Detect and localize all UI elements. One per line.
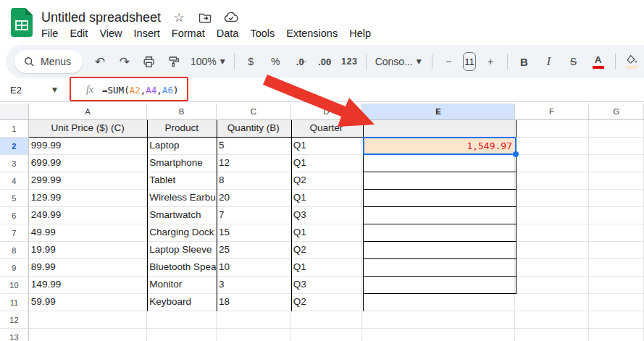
fill-handle[interactable]: [513, 151, 519, 157]
name-box[interactable]: E2: [0, 85, 52, 96]
cell-D10[interactable]: Q3: [291, 277, 363, 294]
cell-C9[interactable]: 10: [217, 259, 291, 277]
cell-B7[interactable]: Charging Dock: [147, 224, 217, 242]
text-color-button[interactable]: A: [587, 51, 609, 72]
column-header-G[interactable]: G: [589, 104, 644, 119]
row-header-6[interactable]: 6: [0, 207, 29, 224]
cell-C3[interactable]: 12: [217, 155, 291, 172]
cell-E6[interactable]: [362, 207, 514, 224]
zoom-selector[interactable]: 100% ▼: [186, 56, 230, 67]
cell-C5[interactable]: 20: [217, 190, 291, 207]
cell-B8[interactable]: Laptop Sleeve: [147, 242, 217, 259]
print-button[interactable]: [138, 51, 160, 72]
cell-D2[interactable]: Q1: [291, 138, 363, 155]
cell-F10[interactable]: [515, 277, 590, 294]
cell-E12[interactable]: [362, 311, 514, 329]
cell-B11[interactable]: Keyboard: [147, 294, 217, 311]
decrease-decimal-button[interactable]: .0←: [289, 51, 311, 72]
column-header-C[interactable]: C: [217, 104, 291, 119]
cell-B1[interactable]: Product: [147, 120, 217, 138]
cell-A1[interactable]: Unit Price ($) (C): [29, 120, 147, 138]
cell-E8[interactable]: [362, 242, 514, 259]
column-header-B[interactable]: B: [147, 104, 217, 119]
cell-C2[interactable]: 5: [217, 138, 291, 155]
cell-G8[interactable]: [589, 242, 644, 259]
row-header-12[interactable]: 12: [0, 311, 29, 329]
decrease-font-size-button[interactable]: −: [438, 51, 459, 72]
cell-D3[interactable]: Q1: [291, 155, 363, 172]
row-header-13[interactable]: 13: [0, 329, 29, 341]
column-header-A[interactable]: A: [29, 104, 147, 119]
redo-button[interactable]: ↷: [114, 51, 135, 72]
cell-F12[interactable]: [515, 311, 590, 329]
increase-font-size-button[interactable]: +: [480, 51, 501, 72]
cell-F8[interactable]: [515, 242, 590, 259]
menu-edit[interactable]: Edit: [64, 25, 93, 41]
cell-B2[interactable]: Laptop: [147, 138, 217, 155]
menu-insert[interactable]: Insert: [128, 25, 166, 41]
cell-D6[interactable]: Q3: [291, 207, 363, 224]
strikethrough-button[interactable]: S: [563, 51, 585, 72]
cell-G12[interactable]: [589, 311, 644, 329]
cell-D4[interactable]: Q2: [291, 172, 363, 190]
cell-A2[interactable]: 999.99: [29, 138, 147, 155]
increase-decimal-button[interactable]: .00→: [314, 51, 335, 72]
row-header-10[interactable]: 10: [0, 277, 29, 294]
row-header-8[interactable]: 8: [0, 242, 29, 259]
cell-E1[interactable]: [362, 120, 514, 138]
menu-format[interactable]: Format: [166, 25, 211, 41]
cell-F6[interactable]: [515, 207, 590, 224]
name-box-chevron-icon[interactable]: ▼: [52, 86, 57, 93]
cell-F5[interactable]: [515, 190, 590, 207]
cell-A8[interactable]: 19.99: [29, 242, 147, 259]
select-all-corner[interactable]: [0, 104, 29, 119]
cell-G9[interactable]: [589, 259, 644, 277]
cell-A5[interactable]: 129.99: [29, 190, 147, 207]
cell-A4[interactable]: 299.99: [29, 172, 147, 190]
menu-file[interactable]: File: [35, 25, 64, 41]
cell-D11[interactable]: Q2: [291, 294, 363, 311]
row-header-3[interactable]: 3: [0, 155, 29, 172]
row-header-2[interactable]: 2: [0, 138, 29, 155]
star-icon[interactable]: ☆: [171, 9, 187, 25]
cell-D12[interactable]: [291, 311, 363, 329]
fill-color-button[interactable]: [621, 51, 643, 72]
cell-D1[interactable]: Quarter: [291, 120, 363, 138]
cell-C11[interactable]: 18: [217, 294, 291, 311]
cell-A9[interactable]: 89.99: [29, 259, 147, 277]
cell-A10[interactable]: 149.99: [29, 277, 147, 294]
row-header-9[interactable]: 9: [0, 259, 29, 277]
menus-search[interactable]: Menus: [14, 50, 83, 73]
cell-F4[interactable]: [515, 172, 590, 190]
cloud-status-icon[interactable]: [223, 9, 239, 25]
cell-D5[interactable]: Q1: [291, 190, 363, 207]
cell-G3[interactable]: [589, 155, 644, 172]
cell-A6[interactable]: 249.99: [29, 207, 147, 224]
cell-G11[interactable]: [589, 294, 644, 311]
cell-F13[interactable]: [515, 329, 590, 341]
undo-button[interactable]: ↶: [89, 51, 111, 72]
cell-F9[interactable]: [515, 259, 590, 277]
italic-button[interactable]: I: [538, 51, 560, 72]
cell-B12[interactable]: [147, 311, 217, 329]
row-header-7[interactable]: 7: [0, 224, 29, 242]
font-selector[interactable]: Conso... ▼: [371, 56, 427, 67]
menu-data[interactable]: Data: [211, 25, 245, 41]
menu-extensions[interactable]: Extensions: [280, 25, 343, 41]
cell-F2[interactable]: [515, 138, 590, 155]
currency-format-button[interactable]: $: [240, 51, 262, 72]
cell-G6[interactable]: [589, 207, 644, 224]
column-header-F[interactable]: F: [515, 104, 590, 119]
move-folder-icon[interactable]: [197, 9, 213, 25]
cell-C6[interactable]: 7: [217, 207, 291, 224]
cell-D8[interactable]: Q2: [291, 242, 363, 259]
cell-C13[interactable]: [217, 329, 291, 341]
cell-C7[interactable]: 15: [217, 224, 291, 242]
cell-A7[interactable]: 49.99: [29, 224, 147, 242]
font-size-input[interactable]: 11: [463, 52, 476, 71]
cell-B5[interactable]: Wireless Earbuds: [147, 190, 217, 207]
cell-C10[interactable]: 3: [217, 277, 291, 294]
cell-G13[interactable]: [589, 329, 644, 341]
cell-D9[interactable]: Q1: [291, 259, 363, 277]
selected-cell[interactable]: 1,549.97: [363, 137, 517, 155]
